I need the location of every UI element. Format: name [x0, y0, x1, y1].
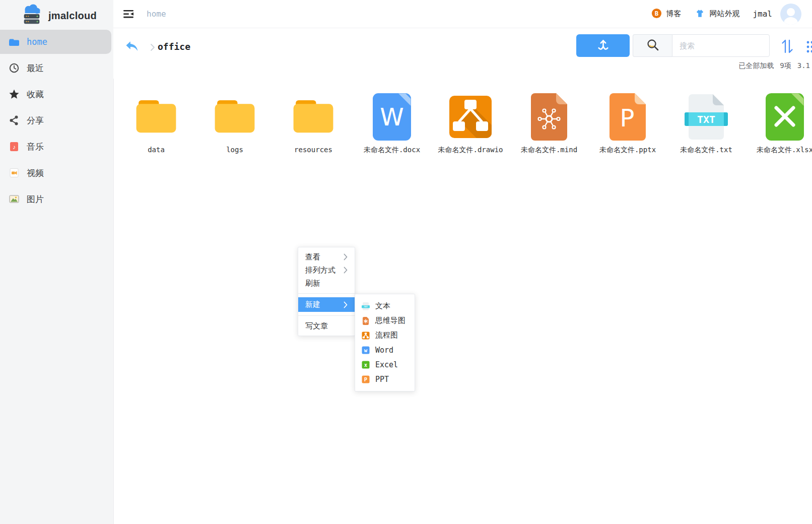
flowchart-icon	[446, 91, 495, 143]
sidebar-item-label: 音乐	[27, 141, 44, 153]
chevron-right-icon	[150, 43, 155, 53]
sidebar-item-music[interactable]: ♪ 音乐	[0, 135, 111, 159]
cloud-server-logo-icon	[20, 3, 43, 28]
file-name: 未命名文件.docx	[364, 146, 420, 155]
folder-icon	[134, 91, 178, 143]
sidebar-item-label: 最近	[27, 62, 44, 74]
chevron-right-icon	[344, 301, 348, 308]
new-submenu: TXT 文本 思维导图 流程图 w Word x Excel	[355, 294, 415, 391]
excel-document-icon	[761, 91, 809, 143]
star-icon	[9, 89, 20, 100]
submenu-item-text[interactable]: TXT 文本	[355, 299, 415, 313]
submenu-item-label: 文本	[375, 301, 390, 311]
folder-icon	[213, 91, 257, 143]
file-item-resources[interactable]: resources	[274, 91, 353, 155]
sidebar-item-home[interactable]: home	[0, 30, 111, 54]
file-name: resources	[294, 146, 332, 154]
mindmap-document-icon	[525, 91, 573, 143]
submenu-item-word[interactable]: w Word	[355, 343, 415, 357]
word-document-icon: W	[368, 91, 416, 143]
blog-link-label: 博客	[666, 9, 681, 19]
menu-item-new[interactable]: 新建	[298, 297, 355, 312]
toolbar: office 已全部加载9项3.1	[113, 28, 812, 79]
blog-link[interactable]: B 博客	[651, 8, 681, 20]
status-loaded: 已全部加载	[738, 61, 774, 70]
breadcrumb[interactable]: home	[147, 0, 166, 28]
sidebar-item-favorites[interactable]: 收藏	[0, 82, 111, 106]
file-item-txt[interactable]: TXT 未命名文件.txt	[667, 91, 746, 155]
file-name: 未命名文件.mind	[521, 146, 577, 155]
file-item-logs[interactable]: logs	[195, 91, 274, 155]
submenu-item-ppt[interactable]: P PPT	[355, 372, 415, 386]
svg-text:W: W	[380, 103, 403, 131]
flowchart-small-icon	[361, 331, 370, 340]
file-manager-app: jmalcloud home 最近 收藏 分享	[0, 0, 812, 524]
file-item-docx[interactable]: W 未命名文件.docx	[353, 91, 431, 155]
avatar[interactable]	[780, 4, 801, 25]
blog-icon: B	[651, 8, 662, 20]
collapse-sidebar-icon[interactable]	[122, 8, 134, 20]
upload-button[interactable]	[576, 34, 630, 57]
chevron-right-icon	[344, 267, 348, 274]
submenu-item-flowchart[interactable]: 流程图	[355, 328, 415, 343]
search-input[interactable]	[672, 34, 770, 57]
folder-icon	[9, 36, 20, 47]
search-button[interactable]	[633, 34, 672, 57]
search-group	[633, 34, 770, 57]
file-name: logs	[226, 146, 243, 154]
app-logo[interactable]: jmalcloud	[20, 3, 97, 28]
avatar-head	[787, 8, 795, 16]
video-file-icon	[9, 167, 20, 178]
sort-icon[interactable]	[780, 37, 795, 55]
sidebar-item-share[interactable]: 分享	[0, 108, 111, 133]
menu-item-label: 查看	[305, 252, 320, 262]
menu-item-refresh[interactable]: 刷新	[298, 277, 355, 290]
file-item-pptx[interactable]: P 未命名文件.pptx	[588, 91, 667, 155]
menu-item-label: 排列方式	[305, 266, 335, 275]
menu-item-arrange[interactable]: 排列方式	[298, 264, 355, 277]
image-icon	[9, 193, 20, 205]
txt-document-icon: TXT	[682, 91, 730, 143]
sidebar-item-video[interactable]: 视频	[0, 161, 111, 185]
current-folder-path[interactable]: office	[158, 41, 190, 52]
file-item-data[interactable]: data	[117, 91, 195, 155]
sidebar-item-recent[interactable]: 最近	[0, 56, 111, 80]
menu-item-view[interactable]: 查看	[298, 250, 355, 264]
submenu-item-label: Word	[375, 346, 393, 355]
svg-text:B: B	[655, 9, 659, 17]
upload-icon	[596, 38, 610, 53]
folder-icon	[291, 91, 335, 143]
username[interactable]: jmal	[753, 9, 772, 19]
file-item-mind[interactable]: 未命名文件.mind	[510, 91, 588, 155]
grid-dots-icon[interactable]	[805, 40, 812, 54]
submenu-item-mindmap[interactable]: 思维导图	[355, 313, 415, 328]
menu-item-write-article[interactable]: 写文章	[298, 319, 355, 333]
file-item-drawio[interactable]: 未命名文件.drawio	[431, 91, 510, 155]
topbar-right: B 博客 网站外观 jmal	[651, 0, 801, 28]
sidebar-item-label: 收藏	[27, 89, 44, 100]
submenu-item-label: 思维导图	[375, 316, 405, 325]
clock-icon	[9, 62, 20, 74]
file-item-xlsx[interactable]: 未命名文件.xlsx	[746, 91, 812, 155]
sidebar-item-images[interactable]: 图片	[0, 187, 111, 211]
sidebar-item-label: 图片	[27, 193, 44, 205]
app-name: jmalcloud	[48, 10, 97, 22]
sidebar: jmalcloud home 最近 收藏 分享	[0, 0, 114, 524]
sidebar-item-label: 分享	[27, 115, 44, 126]
back-icon[interactable]	[124, 39, 140, 54]
submenu-item-excel[interactable]: x Excel	[355, 357, 415, 372]
tshirt-icon	[695, 8, 705, 20]
site-appearance-label: 网站外观	[709, 9, 739, 19]
menu-item-label: 写文章	[305, 321, 328, 331]
site-appearance-link[interactable]: 网站外观	[695, 8, 739, 20]
file-name: 未命名文件.pptx	[599, 146, 656, 155]
sidebar-item-label: 视频	[27, 167, 44, 179]
search-icon	[646, 38, 660, 54]
file-name: 未命名文件.txt	[680, 146, 732, 155]
file-name: 未命名文件.drawio	[438, 146, 503, 155]
music-file-icon: ♪	[9, 141, 20, 152]
context-menu: 查看 排列方式 刷新 新建 写文章	[298, 247, 355, 336]
menu-item-label: 新建	[305, 300, 320, 309]
mindmap-small-icon	[361, 316, 370, 325]
submenu-item-label: Excel	[375, 360, 398, 369]
